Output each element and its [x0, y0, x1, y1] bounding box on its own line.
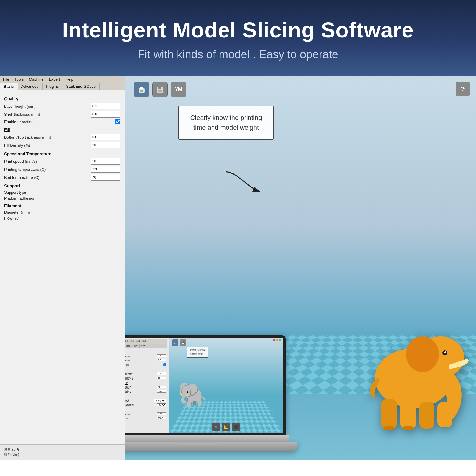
shell-thickness-row: Shell thickness (mm): [4, 111, 120, 118]
tab-basic[interactable]: Basic: [0, 83, 18, 90]
tab-advanced[interactable]: Advanced: [18, 83, 43, 90]
laptop-mini-viewport: 🖨 💾 知道打印时间和模型重量 🐘 🖨 📐 ⬛: [169, 338, 283, 433]
print-speed-label: Print speed (mm/s): [4, 159, 91, 164]
print-temp-label: Printing temperature (C): [4, 167, 91, 172]
right-toolbar: ⟳: [456, 82, 470, 96]
svg-point-15: [383, 426, 394, 430]
svg-rect-4: [158, 87, 161, 89]
print-temp-input[interactable]: [91, 166, 120, 173]
right-viewport: YM Clearly know the printing time and mo…: [125, 76, 476, 460]
menu-machine[interactable]: Machine: [29, 77, 43, 82]
bottom-top-label: Bottom/Top thickness (mm): [4, 135, 91, 140]
main-content: File Tools Machine Expert Help Basic Adv…: [0, 76, 476, 460]
mini-bottom-btn-3: ⬛: [232, 423, 240, 431]
platform-adhesion-label: Platform adhesion: [4, 196, 120, 201]
mini-save-btn: 💾: [180, 339, 186, 346]
quality-section-title: Quality: [4, 96, 120, 101]
layer-height-row: Layer height (mm): [4, 103, 120, 109]
diameter-row: Diameter (mm): [4, 210, 120, 214]
support-type-label: Support type: [4, 190, 120, 195]
mini-bottom-toolbar: 🖨 📐 ⬛: [212, 423, 240, 431]
svg-point-16: [403, 426, 414, 430]
bed-temp-row: Bed temperature (C): [4, 174, 120, 181]
bottom-label-1: 速度 (aP): [4, 447, 120, 452]
laptop-mini-panel: 文件工具机器专家帮助 基本 高级 插件 Start 质量 层厚(mm)0.2 壁…: [125, 338, 169, 433]
menu-expert[interactable]: Expert: [49, 77, 60, 82]
layer-height-label: Layer height (mm): [4, 104, 91, 109]
fill-section-title: Fill: [4, 127, 120, 132]
svg-rect-2: [140, 90, 143, 92]
print-temp-row: Printing temperature (C): [4, 166, 120, 173]
mini-toolbar: 🖨 💾: [172, 339, 186, 346]
mini-print-btn: 🖨: [172, 339, 178, 346]
svg-rect-1: [140, 87, 143, 89]
enable-retraction-row: Enable retraction: [4, 119, 120, 124]
tab-startend[interactable]: Start/End-GCode: [62, 83, 100, 90]
speed-temp-section-title: Speed and Temperature: [4, 151, 120, 156]
main-subtitle: Fit with kinds of model . Easy to operat…: [12, 48, 464, 61]
info-arrow: [223, 168, 262, 195]
laptop-screen-inner: 文件工具机器专家帮助 基本 高级 插件 Start 质量 层厚(mm)0.2 壁…: [125, 338, 283, 433]
support-section-title: Support: [4, 184, 120, 188]
layer-height-input[interactable]: [91, 103, 120, 109]
svg-rect-13: [419, 402, 434, 429]
bottom-labels: 速度 (aP) 吐丝(Um): [0, 444, 125, 460]
filament-section-title: Filament: [4, 203, 120, 208]
svg-point-8: [406, 336, 439, 372]
settings-content: Quality Layer height (mm) Shell thicknes…: [0, 90, 125, 444]
laptop-base: [125, 435, 289, 442]
flow-label: Flow (%): [4, 216, 120, 220]
toolbar-save-button[interactable]: [152, 82, 168, 97]
bed-temp-input[interactable]: [91, 174, 120, 181]
info-box-text: Clearly know the printing time and model…: [190, 114, 262, 131]
shell-thickness-input[interactable]: [91, 111, 120, 118]
bottom-label-2: 吐丝(Um): [4, 452, 120, 457]
left-panel: File Tools Machine Expert Help Basic Adv…: [0, 76, 125, 460]
diameter-label: Diameter (mm): [4, 210, 120, 214]
main-title: Intelligent Model Slicing Software: [12, 18, 464, 42]
enable-retraction-label: Enable retraction: [4, 120, 115, 124]
fill-density-label: Fill Density (%): [4, 143, 91, 148]
print-speed-input[interactable]: [91, 158, 120, 165]
fill-density-input[interactable]: [91, 142, 120, 148]
right-toolbar-rotate-btn[interactable]: ⟳: [456, 82, 470, 96]
print-speed-row: Print speed (mm/s): [4, 158, 120, 165]
menu-file[interactable]: File: [3, 77, 9, 82]
svg-rect-5: [158, 90, 162, 92]
viewport-toolbar: YM: [134, 82, 186, 97]
bottom-top-input[interactable]: [91, 134, 120, 140]
bottom-top-row: Bottom/Top thickness (mm): [4, 134, 120, 140]
mini-bottom-btn-2: 📐: [222, 423, 230, 431]
laptop-screen: 文件工具机器专家帮助 基本 高级 插件 Start 质量 层厚(mm)0.2 壁…: [125, 335, 286, 435]
laptop-elephant: 🐘: [178, 381, 208, 409]
mini-bottom-btn-1: 🖨: [212, 423, 220, 431]
platform-adhesion-row: Platform adhesion: [4, 196, 120, 201]
support-type-row: Support type: [4, 190, 120, 195]
menu-bar: File Tools Machine Expert Help: [0, 76, 125, 83]
laptop-illustration: 文件工具机器专家帮助 基本 高级 插件 Start 质量 层厚(mm)0.2 壁…: [125, 335, 292, 451]
menu-help[interactable]: Help: [65, 77, 73, 82]
menu-tools[interactable]: Tools: [15, 77, 24, 82]
shell-thickness-label: Shell thickness (mm): [4, 112, 91, 117]
tabs-bar: Basic Advanced Plugins Start/End-GCode: [0, 83, 125, 90]
toolbar-print-button[interactable]: [134, 82, 149, 97]
header-banner: Intelligent Model Slicing Software Fit w…: [0, 0, 476, 76]
bed-temp-label: Bed temperature (C): [4, 175, 91, 180]
enable-retraction-checkbox[interactable]: [115, 119, 120, 124]
fill-density-row: Fill Density (%): [4, 142, 120, 148]
flow-row: Flow (%): [4, 216, 120, 220]
svg-rect-14: [437, 402, 452, 427]
info-box: Clearly know the printing time and model…: [178, 106, 274, 140]
toolbar-ym-button[interactable]: YM: [171, 82, 186, 97]
svg-point-10: [444, 351, 446, 353]
tab-plugins[interactable]: Plugins: [43, 83, 63, 90]
elephant-3d-model: [357, 313, 470, 442]
svg-rect-11: [381, 399, 397, 429]
svg-rect-12: [400, 399, 416, 429]
